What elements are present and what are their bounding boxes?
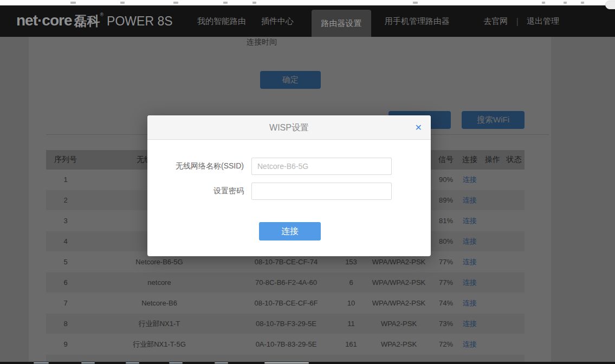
official-site-link[interactable]: 去官网 <box>483 16 508 25</box>
taskbar-button-artifact <box>126 362 139 363</box>
logo-brand-cn: 磊科 <box>74 14 100 28</box>
logo-model: POWER 8S <box>107 14 172 28</box>
nav-right-links: 去官网｜退出管理 <box>483 5 559 37</box>
nav-item-my-smart-router[interactable]: 我的智能路由 <box>197 5 247 37</box>
ssid-field-row: 无线网络名称(SSID) <box>147 158 431 175</box>
taskbar-button-artifact <box>81 362 95 363</box>
taskbar-button-artifact <box>264 362 309 363</box>
connect-submit-button[interactable]: 连接 <box>259 222 321 240</box>
password-field-row: 设置密码 <box>147 183 431 200</box>
password-label: 设置密码 <box>147 186 244 196</box>
wisp-modal: WISP设置 ✕ 无线网络名称(SSID) 设置密码 连接 <box>147 115 431 256</box>
ssid-label: 无线网络名称(SSID) <box>147 161 244 171</box>
bookmark-artifact <box>173 2 178 4</box>
top-nav: net·core磊科®POWER 8S 我的智能路由 插件中心 路由器设置 用手… <box>0 5 615 37</box>
close-icon[interactable]: ✕ <box>415 115 422 140</box>
taskbar-sliver <box>0 362 615 364</box>
password-input[interactable] <box>251 183 392 200</box>
netcore-logo: net·core磊科®POWER 8S <box>16 12 173 30</box>
nav-item-plugin-center[interactable]: 插件中心 <box>260 5 295 37</box>
bookmark-artifact <box>413 2 418 4</box>
nav-divider: ｜ <box>513 16 521 25</box>
browser-scroll-pill <box>605 1 615 9</box>
bookmark-artifact <box>253 2 256 4</box>
browser-bookmarks-strip <box>0 0 615 5</box>
nav-item-router-settings[interactable]: 路由器设置 <box>312 10 371 37</box>
wisp-modal-header: WISP设置 ✕ <box>147 115 431 140</box>
ssid-input[interactable] <box>251 158 392 175</box>
registered-mark-icon: ® <box>100 12 103 17</box>
bookmark-artifact <box>564 2 567 4</box>
taskbar-button-artifact <box>169 362 183 363</box>
bookmark-artifact <box>542 2 545 4</box>
bookmark-artifact <box>120 2 125 4</box>
bookmark-artifact <box>581 2 584 4</box>
bookmark-artifact <box>223 2 228 4</box>
logo-brand: net·core <box>16 12 72 29</box>
screen: net·core磊科®POWER 8S 我的智能路由 插件中心 路由器设置 用手… <box>0 0 615 364</box>
nav-item-phone-manage[interactable]: 用手机管理路由器 <box>384 5 451 37</box>
taskbar-button-artifact <box>215 362 228 363</box>
taskbar-button-artifact <box>34 362 49 363</box>
logout-link[interactable]: 退出管理 <box>527 16 559 25</box>
wisp-modal-title: WISP设置 <box>147 115 431 140</box>
bookmark-artifact <box>70 2 76 4</box>
